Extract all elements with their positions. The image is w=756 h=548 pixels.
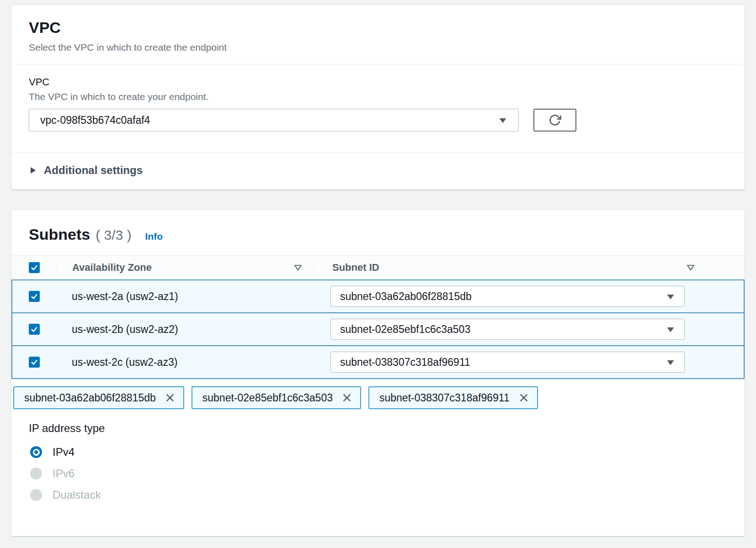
row-checkbox[interactable]: [29, 357, 40, 368]
refresh-button[interactable]: [533, 109, 576, 132]
table-row: us-west-2c (usw2-az3) subnet-038307c318a…: [12, 345, 744, 378]
row-select-cell: [12, 357, 58, 368]
subnet-select[interactable]: subnet-03a62ab06f28815db: [330, 286, 685, 307]
chevron-down-icon: [498, 116, 507, 124]
radio-button-ipv4[interactable]: [30, 446, 42, 458]
sort-icon[interactable]: [686, 264, 695, 271]
subnets-count: ( 3/3 ): [96, 227, 131, 243]
ip-address-type-label: IP address type: [29, 422, 745, 435]
radio-inner-ring: [33, 449, 40, 456]
radio-button-dualstack: [30, 489, 42, 501]
subnets-card: Subnets ( 3/3 ) Info Availability Zone: [11, 210, 745, 536]
select-all-cell: [11, 262, 57, 273]
remove-token-button[interactable]: [165, 393, 175, 403]
check-icon: [30, 292, 38, 300]
subnet-select[interactable]: subnet-02e85ebf1c6c3a503: [330, 319, 685, 340]
caret-right-icon: [29, 166, 37, 175]
subnet-id-cell: subnet-03a62ab06f28815db: [314, 286, 744, 307]
subnet-id-cell: subnet-02e85ebf1c6c3a503: [314, 319, 744, 340]
subnet-select-value: subnet-02e85ebf1c6c3a503: [340, 323, 470, 336]
subnet-select-value: subnet-038307c318af96911: [340, 356, 470, 369]
close-icon: [519, 393, 529, 403]
subnet-token: subnet-03a62ab06f28815db: [13, 386, 184, 409]
radio-dot: [34, 450, 38, 454]
subnet-token-label: subnet-038307c318af96911: [379, 392, 510, 404]
remove-token-button[interactable]: [519, 393, 529, 403]
selected-subnet-tokens: subnet-03a62ab06f28815db subnet-02e85ebf…: [13, 386, 745, 409]
vpc-card-subtitle: Select the VPC in which to create the en…: [29, 42, 727, 53]
row-checkbox[interactable]: [29, 324, 40, 335]
refresh-icon: [548, 114, 561, 126]
subnet-token-label: subnet-03a62ab06f28815db: [24, 392, 156, 404]
select-all-checkbox[interactable]: [29, 262, 40, 273]
check-icon: [30, 358, 38, 366]
subnet-token: subnet-038307c318af96911: [368, 386, 538, 409]
additional-settings-label: Additional settings: [44, 164, 143, 177]
vpc-field-description: The VPC in which to create your endpoint…: [29, 91, 727, 102]
vpc-form-section: VPC The VPC in which to create your endp…: [11, 64, 745, 153]
row-checkbox[interactable]: [29, 291, 40, 302]
subnet-select-value: subnet-03a62ab06f28815db: [340, 290, 472, 303]
table-row: us-west-2a (usw2-az1) subnet-03a62ab06f2…: [12, 279, 744, 312]
ip-address-type-section: IP address type IPv4 IPv6 Dualstack: [11, 409, 745, 502]
subnet-token-label: subnet-02e85ebf1c6c3a503: [202, 392, 333, 404]
radio-label-ipv4: IPv4: [53, 446, 75, 458]
radio-label-ipv6: IPv6: [53, 467, 75, 480]
close-icon: [342, 393, 352, 403]
chevron-down-icon: [666, 358, 675, 366]
vpc-card-header: VPC Select the VPC in which to create th…: [11, 5, 745, 64]
vpc-select[interactable]: vpc-098f53b674c0afaf4: [29, 109, 519, 132]
vpc-controls-row: vpc-098f53b674c0afaf4: [29, 109, 727, 132]
subnet-token: subnet-02e85ebf1c6c3a503: [192, 386, 361, 409]
close-icon: [165, 393, 175, 403]
check-icon: [30, 263, 38, 272]
chevron-down-icon: [666, 326, 675, 333]
radio-option-dualstack: Dualstack: [30, 488, 745, 502]
column-header-availability-zone: Availability Zone: [58, 262, 314, 274]
subnet-id-cell: subnet-038307c318af96911: [314, 352, 744, 373]
subnets-title: Subnets: [29, 226, 90, 243]
table-row: us-west-2b (usw2-az2) subnet-02e85ebf1c6…: [12, 312, 744, 345]
vpc-card: VPC Select the VPC in which to create th…: [11, 5, 745, 190]
remove-token-button[interactable]: [342, 393, 352, 403]
ip-address-type-options: IPv4 IPv6 Dualstack: [29, 445, 745, 502]
check-icon: [30, 325, 38, 333]
column-header-subnet-id: Subnet ID: [314, 262, 745, 274]
row-select-cell: [12, 324, 58, 335]
chevron-down-icon: [666, 293, 675, 300]
availability-zone-cell: us-west-2b (usw2-az2): [58, 323, 314, 336]
radio-button-ipv6: [30, 468, 42, 480]
radio-label-dualstack: Dualstack: [53, 489, 101, 501]
radio-option-ipv4: IPv4: [30, 445, 745, 459]
table-header-row: Availability Zone Subnet ID: [11, 255, 745, 279]
radio-option-ipv6: IPv6: [30, 466, 745, 481]
additional-settings-toggle[interactable]: Additional settings: [11, 153, 745, 190]
vpc-card-title: VPC: [29, 19, 727, 37]
vpc-select-value: vpc-098f53b674c0afaf4: [40, 114, 150, 126]
vpc-field-label: VPC: [29, 76, 727, 88]
availability-zone-cell: us-west-2a (usw2-az1): [58, 290, 314, 303]
subnet-select[interactable]: subnet-038307c318af96911: [330, 352, 685, 373]
info-link[interactable]: Info: [145, 231, 162, 242]
row-select-cell: [12, 291, 58, 302]
availability-zone-cell: us-west-2c (usw2-az3): [58, 356, 314, 369]
sort-icon[interactable]: [293, 264, 303, 271]
subnets-table: Availability Zone Subnet ID: [11, 255, 745, 379]
subnets-card-header: Subnets ( 3/3 ) Info: [11, 210, 745, 255]
table-body: us-west-2a (usw2-az1) subnet-03a62ab06f2…: [11, 279, 745, 379]
